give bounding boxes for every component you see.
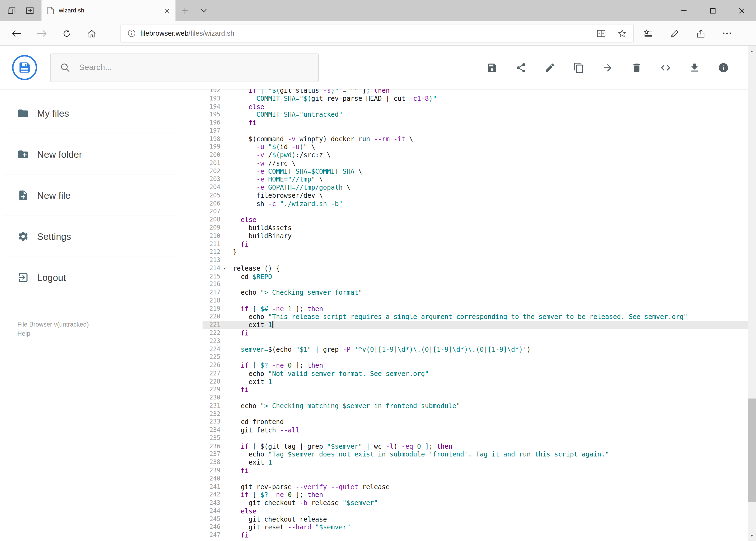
- code-line[interactable]: 231 echo "> Checking matching $semver in…: [202, 402, 748, 410]
- code-view-button[interactable]: [660, 62, 671, 74]
- code-line[interactable]: 213: [202, 256, 748, 265]
- code-line[interactable]: 247 fi: [202, 531, 748, 539]
- scroll-down-arrow[interactable]: ▼: [748, 532, 756, 540]
- code-line[interactable]: 196 fi: [202, 119, 748, 127]
- hub-favorites-icon[interactable]: [644, 29, 653, 37]
- code-line[interactable]: 244 else: [202, 507, 748, 515]
- code-line[interactable]: 202 -e COMMIT_SHA=$COMMIT_SHA \: [202, 167, 748, 175]
- code-line[interactable]: 197: [202, 127, 748, 135]
- tab-preview-icon[interactable]: [26, 7, 34, 14]
- tabs-set-aside-icon[interactable]: [8, 7, 16, 14]
- code-line[interactable]: 214▾release () {: [202, 265, 748, 272]
- code-line[interactable]: 204 -e GOPATH=//tmp/gopath \: [202, 184, 748, 192]
- forward-button[interactable]: [29, 23, 54, 44]
- code-line[interactable]: 199 -u "$(id -u)" \: [202, 143, 748, 151]
- search-box[interactable]: [50, 53, 319, 82]
- code-line[interactable]: 232: [202, 410, 748, 418]
- code-line[interactable]: 201 -w //src \: [202, 159, 748, 167]
- code-line[interactable]: 212}: [202, 248, 748, 256]
- scroll-up-arrow[interactable]: ▲: [748, 47, 756, 55]
- code-line[interactable]: 206 sh -c "./wizard.sh -b": [202, 200, 748, 208]
- code-line[interactable]: 222 fi: [202, 329, 748, 337]
- page-scrollbar[interactable]: ▲ ▼: [748, 46, 756, 541]
- close-window-button[interactable]: [727, 0, 756, 21]
- refresh-button[interactable]: [54, 23, 79, 44]
- web-note-pen-icon[interactable]: [671, 29, 679, 37]
- code-line[interactable]: 228 exit 1: [202, 377, 748, 386]
- maximize-button[interactable]: [698, 0, 727, 21]
- code-line[interactable]: 237 echo "Tag $semver does not exist in …: [202, 450, 748, 458]
- sidebar-item-settings[interactable]: Settings: [4, 216, 178, 257]
- help-link[interactable]: Help: [17, 329, 202, 338]
- site-info-icon[interactable]: [127, 29, 135, 37]
- code-line[interactable]: 246 git reset --hard "$semver": [202, 523, 748, 531]
- copy-button[interactable]: [573, 62, 584, 74]
- code-line[interactable]: 230: [202, 394, 748, 402]
- sidebar-item-new-folder[interactable]: New folder: [4, 134, 178, 175]
- delete-button[interactable]: [631, 62, 642, 74]
- code-line[interactable]: 221 exit 1: [202, 321, 748, 329]
- browser-tab[interactable]: wizard.sh: [42, 0, 176, 21]
- code-line[interactable]: 220 echo "This release script requires a…: [202, 313, 748, 321]
- code-line[interactable]: 200 -v /$(pwd):/src:z \: [202, 151, 748, 159]
- rename-button[interactable]: [544, 62, 556, 74]
- tab-list-chevron-icon[interactable]: [194, 0, 213, 21]
- share-button[interactable]: [515, 62, 527, 74]
- home-button[interactable]: [79, 23, 104, 44]
- code-line[interactable]: 241 git rev-parse --verify --quiet relea…: [202, 483, 748, 491]
- code-line[interactable]: 194 else: [202, 103, 748, 111]
- scrollbar-thumb[interactable]: [748, 399, 756, 502]
- code-line[interactable]: 192 if [ "$(git status -s)" = "" ]; then: [202, 89, 748, 94]
- code-line[interactable]: 215 cd $REPO: [202, 272, 748, 280]
- more-options-icon[interactable]: [723, 32, 731, 34]
- reading-view-icon[interactable]: [597, 30, 606, 37]
- move-button[interactable]: [602, 62, 613, 74]
- share-page-icon[interactable]: [697, 29, 705, 37]
- code-line[interactable]: 205 filebrowser/dev \: [202, 192, 748, 200]
- code-line[interactable]: 218: [202, 296, 748, 305]
- code-line[interactable]: 219 if [ $# -ne 1 ]; then: [202, 305, 748, 313]
- code-line[interactable]: 225: [202, 353, 748, 361]
- code-line[interactable]: 245 git checkout release: [202, 515, 748, 523]
- code-line[interactable]: 233 cd frontend: [202, 418, 748, 426]
- code-line[interactable]: 238 exit 1: [202, 458, 748, 466]
- code-line[interactable]: 195 COMMIT_SHA="untracked": [202, 111, 748, 119]
- address-bar[interactable]: filebrowser.web/files/wizard.sh: [121, 24, 634, 42]
- code-line[interactable]: 203 -e HOME="//tmp" \: [202, 175, 748, 184]
- code-line[interactable]: 193 COMMIT_SHA="$(git rev-parse HEAD | c…: [202, 95, 748, 103]
- code-line[interactable]: 242 if [ $? -ne 0 ]; then: [202, 491, 748, 499]
- sidebar-item-new-file[interactable]: New file: [4, 175, 178, 216]
- code-line[interactable]: 198 $(command -v winpty) docker run --rm…: [202, 135, 748, 143]
- code-line[interactable]: 217 echo "> Checking semver format": [202, 288, 748, 296]
- sidebar-item-logout[interactable]: Logout: [4, 257, 178, 298]
- code-line[interactable]: 216: [202, 280, 748, 289]
- info-button[interactable]: [717, 62, 729, 74]
- code-line[interactable]: 243 git checkout -b release "$semver": [202, 499, 748, 507]
- new-tab-button[interactable]: [175, 0, 194, 21]
- code-line[interactable]: 211 fi: [202, 240, 748, 248]
- code-line[interactable]: 207: [202, 208, 748, 216]
- favorite-star-icon[interactable]: [618, 29, 626, 37]
- code-line[interactable]: 209 buildAssets: [202, 224, 748, 232]
- search-input[interactable]: [78, 62, 282, 73]
- code-line[interactable]: 223: [202, 337, 748, 345]
- code-line[interactable]: 226 if [ $? -ne 0 ]; then: [202, 361, 748, 369]
- save-button[interactable]: [486, 62, 498, 74]
- back-button[interactable]: [4, 23, 29, 44]
- tab-close-icon[interactable]: [164, 8, 170, 13]
- code-line[interactable]: 240: [202, 475, 748, 483]
- fold-marker-icon[interactable]: ▾: [223, 265, 226, 272]
- code-line[interactable]: 236 if [ $(git tag | grep "$semver" | wc…: [202, 442, 748, 450]
- code-line[interactable]: 234 git fetch --all: [202, 426, 748, 434]
- sidebar-item-my-files[interactable]: My files: [4, 93, 178, 134]
- minimize-button[interactable]: [669, 0, 698, 21]
- download-button[interactable]: [688, 62, 700, 74]
- code-line[interactable]: 210 buildBinary: [202, 232, 748, 240]
- code-editor[interactable]: 192 if [ "$(git status -s)" = "" ]; then…: [202, 89, 748, 541]
- code-line[interactable]: 239 fi: [202, 466, 748, 475]
- code-line[interactable]: 208 else: [202, 216, 748, 224]
- code-line[interactable]: 227 echo "Not valid semver format. See s…: [202, 369, 748, 377]
- filebrowser-logo[interactable]: [12, 55, 37, 80]
- code-line[interactable]: 235: [202, 434, 748, 442]
- code-line[interactable]: 229 fi: [202, 386, 748, 394]
